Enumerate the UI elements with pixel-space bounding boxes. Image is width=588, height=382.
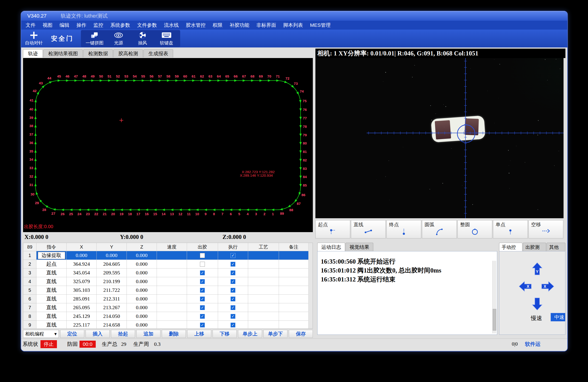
y-cell[interactable]: 213.267 xyxy=(97,303,127,312)
table-row[interactable]: 3直线345.054209.5950.000✓✓ xyxy=(23,268,313,277)
craft-cell[interactable] xyxy=(248,312,279,321)
draw-tool-5[interactable]: 整圆 xyxy=(458,220,492,238)
menu-item-9[interactable]: 胶水管控 xyxy=(182,21,209,30)
glue-cell[interactable]: ✓ xyxy=(187,286,218,295)
view-tab-1[interactable]: 轨迹 xyxy=(23,49,43,57)
view-tab-2[interactable]: 检测结果视图 xyxy=(43,49,83,57)
menu-item-2[interactable]: 视图 xyxy=(39,21,56,30)
menu-item-13[interactable]: 脚本列表 xyxy=(280,21,306,30)
exec-cell[interactable]: ✓ xyxy=(218,268,248,277)
menu-item-14[interactable]: MES管理 xyxy=(306,21,334,30)
craft-cell[interactable] xyxy=(248,321,279,329)
note-cell[interactable] xyxy=(279,312,309,321)
exec-cell[interactable]: ✓ xyxy=(218,312,248,321)
glue-cell[interactable]: ✓ xyxy=(187,295,218,303)
exec-cell[interactable]: ✓ xyxy=(218,251,248,260)
draw-tool-4[interactable]: 圆弧 xyxy=(422,220,457,238)
glue-checkbox[interactable]: ✓ xyxy=(200,314,205,319)
command-cell[interactable]: 直线 xyxy=(37,321,66,329)
x-cell[interactable]: 285.091 xyxy=(66,295,97,303)
exec-cell[interactable]: ✓ xyxy=(218,321,248,329)
draw-tool-2[interactable]: 直线 xyxy=(351,220,386,238)
draw-tool-3[interactable]: 终点 xyxy=(386,220,421,238)
speed-cell[interactable] xyxy=(157,277,187,286)
trajectory-canvas[interactable]: 1234567891011121314151617181920212223242… xyxy=(23,58,313,232)
table-row[interactable]: 2起点364.924204.6050.000✓ xyxy=(23,260,313,268)
draw-tool-6[interactable]: 单点 xyxy=(493,220,528,238)
jog-down-button[interactable] xyxy=(532,297,543,311)
jog-speed-button[interactable]: 中速 xyxy=(551,313,566,321)
edit-button-4[interactable]: 追加 xyxy=(136,330,160,338)
craft-cell[interactable] xyxy=(248,303,279,312)
log-box[interactable]: 16:35:00:560 系统开始运行16:35:01:012 阀1出胶次数0,… xyxy=(317,251,497,335)
command-cell[interactable]: 边缘提取 xyxy=(37,251,66,260)
z-cell[interactable]: 0.000 xyxy=(127,286,157,295)
speed-cell[interactable] xyxy=(157,268,187,277)
exec-checkbox[interactable]: ✓ xyxy=(231,279,235,284)
draw-tool-7[interactable]: 空移 xyxy=(528,220,563,238)
exec-checkbox[interactable]: ✓ xyxy=(231,296,235,301)
exec-checkbox[interactable]: ✓ xyxy=(231,270,235,275)
exec-checkbox[interactable]: ✓ xyxy=(231,305,235,310)
log-scrollbar-thumb[interactable] xyxy=(493,309,496,331)
log-tab-2[interactable]: 视觉结果 xyxy=(345,243,373,251)
x-cell[interactable]: 305.103 xyxy=(66,286,97,295)
exec-cell[interactable]: ✓ xyxy=(218,295,248,303)
command-cell[interactable]: 直线 xyxy=(37,286,66,295)
glue-checkbox[interactable] xyxy=(200,262,205,267)
x-cell[interactable]: 265.095 xyxy=(66,303,97,312)
glue-cell[interactable]: ✓ xyxy=(187,303,218,312)
y-cell[interactable]: 0.000 xyxy=(97,251,127,260)
edit-button-2[interactable]: 插入 xyxy=(86,330,110,338)
glue-cell[interactable] xyxy=(187,251,218,260)
camera-program-combobox[interactable]: 相机编程 ▾ xyxy=(23,330,59,338)
y-cell[interactable]: 214.658 xyxy=(97,321,127,329)
table-row[interactable]: 4直线325.079210.1990.000✓✓ xyxy=(23,277,313,286)
z-cell[interactable]: 0.000 xyxy=(127,260,157,268)
glue-cell[interactable] xyxy=(187,260,218,268)
glue-cell[interactable]: ✓ xyxy=(187,277,218,286)
toolbar-button[interactable]: 自动对针 xyxy=(23,31,45,46)
menu-item-6[interactable]: 系统参数 xyxy=(107,21,134,30)
glue-cell[interactable]: ✓ xyxy=(187,312,218,321)
command-cell[interactable]: 直线 xyxy=(37,268,66,277)
x-cell[interactable]: 0.000 xyxy=(66,251,97,260)
table-row[interactable]: 6直线285.091212.3110.000✓✓ xyxy=(23,295,313,303)
note-cell[interactable] xyxy=(279,303,309,312)
glue-cell[interactable]: ✓ xyxy=(187,268,218,277)
jog-left-button[interactable]: X xyxy=(519,281,532,293)
menu-item-5[interactable]: 监控 xyxy=(90,21,107,30)
x-cell[interactable]: 364.924 xyxy=(66,260,97,268)
menu-item-12[interactable]: 非标界面 xyxy=(253,21,280,30)
edit-button-8[interactable]: 单步上 xyxy=(238,330,262,338)
software-run-link[interactable]: 软件运 xyxy=(525,341,541,348)
exec-checkbox[interactable]: ✓ xyxy=(231,262,235,267)
y-cell[interactable]: 212.311 xyxy=(97,295,127,303)
command-editor[interactable]: 边缘提取 xyxy=(38,252,65,259)
craft-cell[interactable] xyxy=(248,268,279,277)
z-cell[interactable]: 0.000 xyxy=(127,295,157,303)
table-row[interactable]: 7直线265.095213.2670.000✓✓ xyxy=(23,303,313,312)
command-cell[interactable]: 起点 xyxy=(37,260,66,268)
z-cell[interactable]: 0.000 xyxy=(127,312,157,321)
menu-item-3[interactable]: 编辑 xyxy=(56,21,73,30)
exec-checkbox[interactable]: ✓ xyxy=(231,314,235,319)
log-scrollbar[interactable] xyxy=(492,261,496,333)
edit-button-3[interactable]: 拾起 xyxy=(111,330,135,338)
toolbar-button[interactable]: 安全门 xyxy=(47,34,78,43)
exec-cell[interactable]: ✓ xyxy=(218,277,248,286)
view-tab-3[interactable]: 检测数据 xyxy=(83,49,113,57)
glue-checkbox[interactable]: ✓ xyxy=(200,296,205,301)
glue-checkbox[interactable]: ✓ xyxy=(200,288,205,293)
jog-up-button[interactable]: Y xyxy=(532,262,543,276)
craft-cell[interactable] xyxy=(248,295,279,303)
edit-button-5[interactable]: 删除 xyxy=(162,330,186,338)
glue-checkbox[interactable]: ✓ xyxy=(200,279,205,284)
menu-item-8[interactable]: 流水线 xyxy=(160,21,182,30)
command-cell[interactable]: 直线 xyxy=(37,277,66,286)
toolbar-button[interactable]: 光源 xyxy=(108,31,129,46)
speed-cell[interactable] xyxy=(157,251,187,260)
speed-cell[interactable] xyxy=(157,295,187,303)
note-cell[interactable] xyxy=(279,268,309,277)
edit-button-7[interactable]: 下移 xyxy=(213,330,237,338)
